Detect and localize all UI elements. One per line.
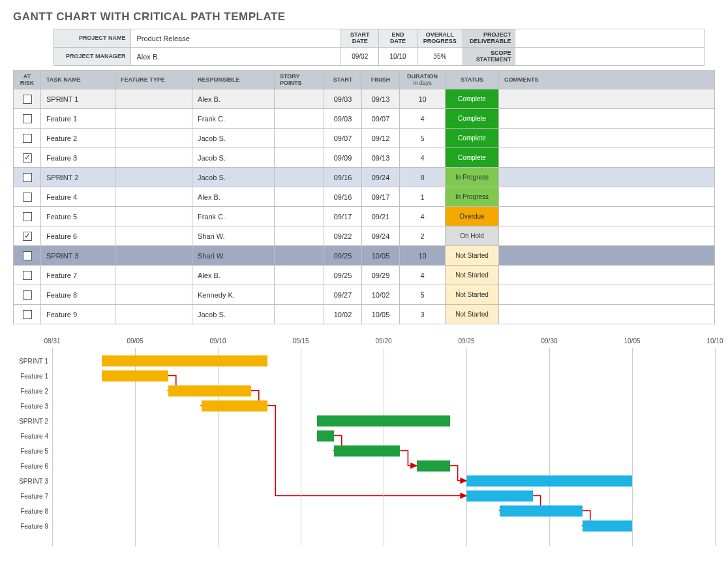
cell-duration[interactable]: 4: [400, 207, 446, 226]
cell-task-name[interactable]: Feature 2: [41, 129, 115, 148]
cell-task-name[interactable]: Feature 9: [41, 305, 115, 324]
cell-task-name[interactable]: Feature 6: [41, 226, 115, 246]
cell-responsible[interactable]: Frank C.: [192, 109, 275, 129]
cell-task-name[interactable]: Feature 7: [41, 266, 115, 285]
cell-story-points[interactable]: [275, 246, 324, 266]
cell-responsible[interactable]: Jacob S.: [192, 129, 275, 148]
cell-feature-type[interactable]: [115, 129, 192, 148]
cell-comments[interactable]: [499, 187, 715, 207]
cell-status[interactable]: Complete: [446, 148, 499, 168]
cell-story-points[interactable]: [275, 129, 324, 148]
cell-start[interactable]: 09/17: [324, 207, 362, 226]
cell-start[interactable]: 09/25: [324, 246, 362, 266]
cell-status[interactable]: Not Started: [446, 285, 499, 305]
cell-comments[interactable]: [499, 109, 715, 129]
value-scope[interactable]: [515, 48, 705, 66]
cell-start[interactable]: 09/16: [324, 168, 362, 187]
cell-task-name[interactable]: Feature 5: [41, 207, 115, 226]
cell-finish[interactable]: 10/02: [362, 285, 400, 305]
cell-responsible[interactable]: Shari W.: [192, 246, 275, 266]
cell-finish[interactable]: 10/05: [362, 305, 400, 324]
cell-story-points[interactable]: [275, 109, 324, 129]
cell-story-points[interactable]: [275, 305, 324, 324]
value-deliverable[interactable]: [515, 29, 705, 48]
at-risk-checkbox[interactable]: [23, 251, 32, 260]
cell-status[interactable]: Not Started: [446, 305, 499, 324]
cell-start[interactable]: 09/09: [324, 148, 362, 168]
cell-status[interactable]: Complete: [446, 109, 499, 129]
cell-start[interactable]: 09/03: [324, 109, 362, 129]
cell-start[interactable]: 09/22: [324, 226, 362, 246]
cell-feature-type[interactable]: [115, 226, 192, 246]
cell-duration[interactable]: 4: [400, 266, 446, 285]
cell-finish[interactable]: 09/13: [362, 89, 400, 109]
cell-feature-type[interactable]: [115, 109, 192, 129]
cell-comments[interactable]: [499, 226, 715, 246]
cell-status[interactable]: Overdue: [446, 207, 499, 226]
cell-responsible[interactable]: Jacob S.: [192, 305, 275, 324]
cell-finish[interactable]: 09/17: [362, 187, 400, 207]
cell-status[interactable]: Not Started: [446, 266, 499, 285]
cell-responsible[interactable]: Frank C.: [192, 207, 275, 226]
cell-duration[interactable]: 4: [400, 109, 446, 129]
cell-feature-type[interactable]: [115, 246, 192, 266]
cell-duration[interactable]: 1: [400, 187, 446, 207]
cell-responsible[interactable]: Alex B.: [192, 187, 275, 207]
cell-duration[interactable]: 10: [400, 89, 446, 109]
cell-finish[interactable]: 09/12: [362, 129, 400, 148]
cell-task-name[interactable]: Feature 8: [41, 285, 115, 305]
at-risk-checkbox[interactable]: [23, 232, 32, 241]
cell-story-points[interactable]: [275, 226, 324, 246]
value-project-name[interactable]: Product Release: [131, 29, 341, 48]
value-project-manager[interactable]: Alex B.: [131, 48, 341, 66]
cell-task-name[interactable]: SPRINT 1: [41, 89, 115, 109]
at-risk-checkbox[interactable]: [23, 134, 32, 143]
value-start-date[interactable]: 09/02: [341, 48, 379, 66]
cell-finish[interactable]: 09/07: [362, 109, 400, 129]
cell-task-name[interactable]: SPRINT 3: [41, 246, 115, 266]
cell-story-points[interactable]: [275, 285, 324, 305]
value-progress[interactable]: 35%: [417, 48, 463, 66]
cell-task-name[interactable]: Feature 3: [41, 148, 115, 168]
cell-comments[interactable]: [499, 246, 715, 266]
cell-responsible[interactable]: Alex B.: [192, 266, 275, 285]
cell-start[interactable]: 09/07: [324, 129, 362, 148]
cell-feature-type[interactable]: [115, 266, 192, 285]
cell-start[interactable]: 09/25: [324, 266, 362, 285]
cell-finish[interactable]: 09/13: [362, 148, 400, 168]
at-risk-checkbox[interactable]: [23, 310, 32, 319]
cell-responsible[interactable]: Jacob S.: [192, 148, 275, 168]
at-risk-checkbox[interactable]: [23, 290, 32, 300]
cell-start[interactable]: 09/27: [324, 285, 362, 305]
cell-status[interactable]: On Hold: [446, 226, 499, 246]
at-risk-checkbox[interactable]: [23, 173, 32, 182]
cell-feature-type[interactable]: [115, 148, 192, 168]
cell-duration[interactable]: 5: [400, 285, 446, 305]
at-risk-checkbox[interactable]: [23, 193, 32, 202]
at-risk-checkbox[interactable]: [23, 114, 32, 123]
value-end-date[interactable]: 10/10: [379, 48, 417, 66]
cell-comments[interactable]: [499, 148, 715, 168]
cell-start[interactable]: 10/02: [324, 305, 362, 324]
cell-task-name[interactable]: SPRINT 2: [41, 168, 115, 187]
cell-story-points[interactable]: [275, 168, 324, 187]
cell-task-name[interactable]: Feature 1: [41, 109, 115, 129]
cell-feature-type[interactable]: [115, 168, 192, 187]
cell-feature-type[interactable]: [115, 89, 192, 109]
cell-story-points[interactable]: [275, 207, 324, 226]
cell-responsible[interactable]: Shari W.: [192, 226, 275, 246]
cell-start[interactable]: 09/03: [324, 89, 362, 109]
at-risk-checkbox[interactable]: [23, 153, 32, 163]
cell-duration[interactable]: 5: [400, 129, 446, 148]
cell-start[interactable]: 09/16: [324, 187, 362, 207]
cell-status[interactable]: In Progress: [446, 168, 499, 187]
at-risk-checkbox[interactable]: [23, 271, 32, 280]
cell-feature-type[interactable]: [115, 207, 192, 226]
cell-finish[interactable]: 09/21: [362, 207, 400, 226]
cell-status[interactable]: Not Started: [446, 246, 499, 266]
cell-story-points[interactable]: [275, 89, 324, 109]
cell-duration[interactable]: 2: [400, 226, 446, 246]
cell-story-points[interactable]: [275, 148, 324, 168]
cell-responsible[interactable]: Jacob S.: [192, 168, 275, 187]
cell-story-points[interactable]: [275, 266, 324, 285]
